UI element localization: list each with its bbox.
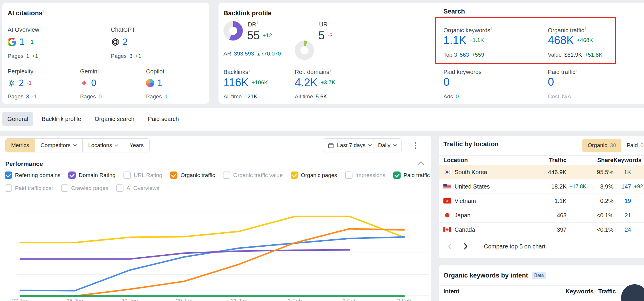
copilot-count[interactable]: 1 (157, 78, 162, 88)
perplexity-count[interactable]: 2 (19, 78, 24, 88)
tab-paid-search[interactable]: Paid search (143, 112, 184, 126)
tab-general[interactable]: General (2, 112, 33, 126)
pages-count[interactable]: 3 (129, 53, 133, 59)
copilot-icon (146, 79, 154, 87)
organic-traffic-value[interactable]: 468K (548, 35, 574, 46)
dr-value: 55 (247, 30, 260, 41)
x-tick-label: 1 Feb (288, 298, 302, 301)
next-page-chevron-icon[interactable] (460, 241, 472, 252)
checkbox-url-rating[interactable]: URL Rating (123, 171, 162, 179)
info-icon[interactable]: i (43, 9, 44, 14)
pages-count[interactable]: 1 (26, 53, 29, 59)
keywords-link[interactable]: 1K (614, 169, 631, 176)
date-range-button[interactable]: Last 7 days (323, 138, 377, 152)
info-icon[interactable]: i (576, 68, 577, 73)
checkbox-paid-traffic[interactable]: Paid traffic (393, 171, 430, 179)
dr-label: DRi (248, 21, 258, 28)
top3-value[interactable]: 563 (460, 52, 469, 58)
chevron-down-icon (115, 144, 118, 147)
toggle-paid[interactable]: Paid 0 (621, 139, 644, 152)
table-row-vietnam[interactable]: Vietnam 1.1K 0.2% 19 (439, 194, 644, 208)
keywords-by-intent-panel: Organic keywords by intent Beta Intent K… (439, 265, 644, 301)
checkbox-paid-traffic-cost[interactable]: Paid traffic cost (5, 184, 53, 192)
toggle-organic[interactable]: Organic 30 (582, 139, 621, 152)
table-row-japan[interactable]: Japan 463 <0.1% 21 (439, 208, 644, 223)
organic-keywords-value[interactable]: 1.1K (443, 35, 466, 46)
paid-keywords-value[interactable]: 0 (443, 76, 450, 88)
checkbox-domain-rating[interactable]: Domain Rating (68, 171, 116, 179)
backlinks-label: Backlinksi (223, 68, 250, 75)
filter-metrics[interactable]: Metrics (6, 139, 35, 152)
paid-traffic-value[interactable]: 0 (548, 76, 554, 88)
collapse-chevron-up-icon[interactable] (418, 161, 424, 165)
checkbox-impressions[interactable]: Impressions (345, 171, 385, 179)
keywords-link[interactable]: 19 (614, 198, 631, 204)
x-tick-label: 29 Jan (121, 298, 138, 301)
chart-x-axis-labels: 27 Jan28 Jan29 Jan30 Jan31 Jan1 Feb2 Feb… (17, 298, 429, 301)
ref-domains-label: Ref. domainsi (295, 68, 331, 75)
tab-organic-search[interactable]: Organic search (90, 112, 140, 126)
location-table-header: Location Traffic Share Keywords (439, 155, 644, 165)
tab-backlink-profile[interactable]: Backlink profile (37, 112, 86, 126)
traffic-value-row: Value $51.9K +51.8K (548, 52, 602, 58)
keywords-link[interactable]: 24 (614, 226, 631, 233)
ref-domains-value[interactable]: 4.2K (295, 77, 318, 88)
ai-citation-ai-overview: AI Overview 1 +1 Pages 1 +1 (8, 26, 107, 59)
table-row-canada[interactable]: Canada 397 <0.1% 24 (439, 223, 644, 237)
info-icon[interactable]: i (330, 68, 331, 73)
previous-page-chevron-icon[interactable] (444, 241, 456, 252)
info-icon[interactable]: i (328, 21, 329, 25)
checkbox-ai-overviews[interactable]: AI Overviews (116, 184, 159, 192)
gemini-count[interactable]: 0 (91, 78, 96, 88)
keywords-link[interactable]: 21 (614, 212, 631, 219)
cost-row: Cost N/A (548, 93, 571, 100)
chatgpt-count[interactable]: 2 (123, 37, 128, 46)
info-icon[interactable]: i (249, 68, 250, 73)
checkbox-organic-traffic-value[interactable]: Organic traffic value (223, 171, 283, 179)
pages-change: +1 (135, 53, 141, 59)
backlink-search-card: Backlink profile DRi 55 +12 AR 393,593 ▲… (218, 3, 644, 104)
chevron-down-icon (393, 144, 397, 147)
info-icon[interactable]: i (257, 21, 258, 25)
performance-panel: Metrics Competitors Locations Years Last… (0, 136, 431, 301)
ar-row: AR 393,593 ▲770,070 (223, 51, 281, 57)
chevron-down-icon (368, 144, 372, 147)
table-row-united-states[interactable]: United States 18.2K +17.8K 3.9% 147 +92 (439, 179, 644, 194)
info-icon[interactable]: i (491, 26, 492, 31)
ai-citation-copilot: Copilot 1 Pages 1 (146, 68, 205, 100)
filter-locations[interactable]: Locations (82, 139, 124, 152)
info-icon[interactable]: i (482, 68, 483, 73)
keywords-link[interactable]: 147 (614, 183, 631, 190)
section-divider (436, 22, 436, 103)
flag-vietnam-icon (443, 198, 451, 204)
pages-count[interactable]: 0 (99, 93, 102, 100)
x-tick-label: 28 Jan (66, 298, 83, 301)
ai-overview-change: +1 (27, 39, 34, 45)
filter-years[interactable]: Years (124, 139, 149, 152)
more-options-kebab-icon[interactable] (413, 141, 417, 150)
flag-united-states-icon (443, 184, 451, 189)
backlinks-value[interactable]: 116K (223, 77, 249, 88)
checkbox-crawled-pages[interactable]: Crawled pages (61, 184, 109, 192)
perplexity-change: -1 (27, 80, 32, 86)
pages-count[interactable]: 3 (26, 93, 29, 100)
info-icon[interactable]: i (585, 26, 586, 31)
ur-value: 5 (318, 30, 325, 41)
table-row-south-korea[interactable]: South Korea 446.9K 95.5% 1K (439, 165, 644, 179)
organic-traffic-change: +468K (577, 37, 593, 43)
performance-title: Performance (5, 160, 43, 167)
divider (439, 285, 644, 286)
ur-change: -3 (328, 32, 333, 39)
ar-value[interactable]: 393,593 (234, 51, 254, 57)
ai-citation-perplexity: Perplexity 2 -1 Pages 3 -1 (8, 68, 75, 100)
filter-competitors[interactable]: Competitors (35, 139, 82, 152)
granularity-button[interactable]: Daily (373, 138, 402, 152)
checkbox-organic-traffic[interactable]: Organic traffic (170, 171, 215, 179)
pages-count[interactable]: 1 (165, 93, 168, 100)
ai-overview-count[interactable]: 1 (19, 37, 24, 46)
gemini-icon (80, 79, 88, 87)
checkbox-referring-domains[interactable]: Referring domains (5, 171, 60, 179)
compare-top5-link[interactable]: Compare top 5 on chart (484, 243, 545, 250)
checkbox-organic-pages[interactable]: Organic pages (291, 171, 337, 179)
filter-segment-group: Metrics Competitors Locations Years (5, 138, 150, 152)
